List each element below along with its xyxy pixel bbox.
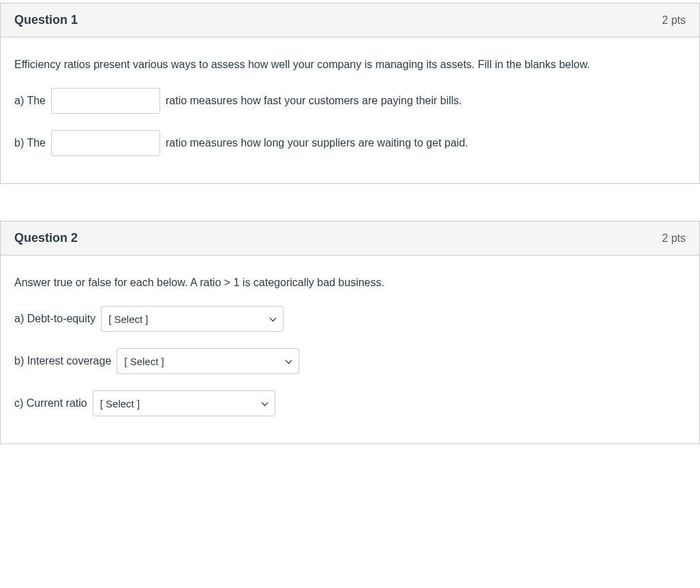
question-title: Question 2 [14, 231, 78, 245]
select-debt-to-equity[interactable]: [ Select ] [101, 306, 284, 332]
part-label: c) Current ratio [14, 395, 87, 412]
part-label: b) Interest coverage [14, 353, 111, 369]
question-header: Question 1 2 pts [1, 3, 699, 37]
card-spacer [0, 184, 700, 218]
question-points: 2 pts [662, 232, 686, 245]
select-row-a: a) Debt-to-equity [ Select ] [14, 306, 686, 332]
question-prompt: Answer true or false for each below. A r… [14, 275, 686, 291]
blank-input-b[interactable] [51, 130, 160, 156]
fill-blank-row-a: a) The ratio measures how fast your cust… [14, 88, 686, 114]
select-wrap: [ Select ] [117, 348, 299, 374]
part-text-after: ratio measures how long your suppliers a… [166, 135, 468, 151]
select-wrap: [ Select ] [101, 306, 284, 332]
question-card-2: Question 2 2 pts Answer true or false fo… [0, 221, 700, 444]
part-label: a) The [14, 93, 46, 109]
question-body: Efficiency ratios present various ways t… [1, 37, 699, 183]
select-wrap: [ Select ] [93, 390, 275, 416]
part-label: b) The [14, 135, 46, 151]
question-card-1: Question 1 2 pts Efficiency ratios prese… [0, 3, 700, 184]
part-text-after: ratio measures how fast your customers a… [166, 93, 462, 109]
question-title: Question 1 [14, 13, 78, 27]
question-points: 2 pts [662, 14, 686, 27]
select-row-b: b) Interest coverage [ Select ] [14, 348, 686, 374]
question-header: Question 2 2 pts [1, 221, 699, 256]
select-row-c: c) Current ratio [ Select ] [14, 390, 686, 416]
select-current-ratio[interactable]: [ Select ] [93, 390, 275, 416]
select-interest-coverage[interactable]: [ Select ] [117, 348, 299, 374]
blank-input-a[interactable] [51, 88, 160, 114]
question-prompt: Efficiency ratios present various ways t… [14, 57, 686, 73]
question-body: Answer true or false for each below. A r… [1, 256, 699, 444]
part-label: a) Debt-to-equity [14, 311, 95, 327]
fill-blank-row-b: b) The ratio measures how long your supp… [14, 130, 686, 156]
